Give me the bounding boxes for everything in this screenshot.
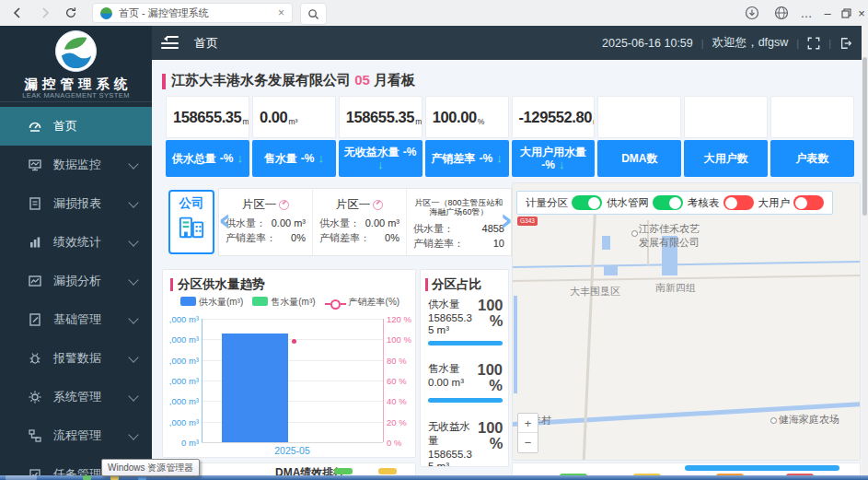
proportion-value: 158655.35 [428, 449, 472, 467]
supply-bar [222, 334, 288, 442]
y-tick-right: 0 % [387, 438, 414, 448]
proportion-unit: m³ [452, 377, 464, 388]
proportion-title: 分区占比 [432, 276, 481, 293]
proportion-item-sales: 售水量 0.00 m³ 100 % [428, 362, 503, 403]
taskbar-active-app[interactable] [6, 475, 37, 480]
browser-refresh-icon[interactable] [63, 5, 79, 21]
toggle-switch-off[interactable] [723, 195, 754, 210]
toggle-switch-on[interactable] [572, 195, 602, 210]
road-badge: G343 [517, 217, 538, 226]
window-close[interactable]: × [852, 0, 868, 26]
kpi-label-button[interactable]: 大用户用水量-%↓ [512, 140, 596, 177]
bar-chart-icon [28, 235, 42, 250]
kpi-label-button[interactable]: 产销差率-%↓ [425, 140, 509, 177]
kpi-row: 158655.35m³ 供水总量-%↓ 0.00m³ 售水量-%↓ 158655… [166, 96, 854, 177]
proportion-item-non-revenue: 无收益水量 158655.35 m³ 100 % [428, 420, 503, 467]
header-separator: | [701, 38, 704, 49]
legend-supply[interactable]: 供水量(m³) [180, 296, 243, 309]
district-card-list: 片区一 供水量：0.00 m³ 产销差率：0% 片区一 供水量：0.00 m³ … [218, 188, 512, 256]
zoom-out-button[interactable]: − [518, 433, 538, 451]
toggle-switch-on[interactable] [653, 195, 683, 210]
district-card[interactable]: 片区一 供水量：0.00 m³ 产销差率：0% [219, 189, 313, 255]
district-pie-icon [279, 200, 289, 210]
district-card[interactable]: 片区一 供水量：0.00 m³ 产销差率：0% [313, 189, 407, 255]
sidebar-item-leak-analysis[interactable]: 漏损分析 [0, 262, 152, 300]
kpi-label-button[interactable]: 无收益水量-%↓ [339, 140, 422, 177]
page-scrollbar[interactable] [862, 26, 868, 480]
browser-tab[interactable]: 首页 - 漏控管理系统 × [92, 3, 293, 23]
fullscreen-icon[interactable] [807, 37, 820, 50]
board-suffix: 月看板 [374, 72, 415, 88]
y-tick-right: 20 % [387, 417, 414, 427]
toggle-pipe-network: 供水管网 [607, 195, 683, 210]
map-zoom-control: + − [517, 413, 538, 453]
sidebar-item-alarm-data[interactable]: 报警数据 [0, 339, 152, 378]
search-button[interactable] [300, 3, 327, 25]
kpi-value: -129552.80m³ [512, 96, 596, 138]
map-panel[interactable]: 计量分区 供水管网 考核表 大用户 G343 [512, 182, 861, 461]
district-card[interactable]: 片区一（800主管压站和海融广场60管） 供水量：4858 产销差率：10 [407, 189, 511, 255]
header-datetime: 2025-06-16 10:59 [602, 37, 693, 50]
y-axis-right [383, 319, 384, 442]
logout-icon[interactable] [839, 37, 852, 50]
trend-down-arrow: ↓ [559, 158, 565, 171]
rate-label: 产销差率： [226, 230, 276, 245]
kpi-label-button[interactable]: 户表数 [770, 140, 854, 177]
map-label-area1: 大丰围垦区 [570, 285, 620, 299]
kpi-label-button[interactable]: DMA数 [597, 140, 681, 177]
sidebar-item-performance-stats[interactable]: 绩效统计 [0, 223, 152, 262]
window-minimize[interactable]: – [818, 0, 837, 26]
map-river [513, 261, 861, 268]
y-tick-right: 40 % [387, 396, 414, 406]
header-page-tab[interactable]: 首页 [194, 35, 218, 52]
chevron-down-icon [128, 158, 138, 169]
district-pie-icon [373, 200, 383, 210]
sidebar-item-home[interactable]: 首页 [0, 107, 152, 146]
district-name: 片区一 [336, 197, 371, 213]
tab-close-icon[interactable]: × [278, 6, 284, 19]
zoom-in-button[interactable]: + [518, 414, 538, 433]
toggle-switch-off[interactable] [793, 195, 824, 210]
globe-icon[interactable] [773, 5, 790, 21]
sidebar-divider [0, 101, 152, 102]
map-poi-dot [631, 230, 638, 237]
proportion-bar [428, 398, 503, 403]
sidebar-item-leak-report[interactable]: 漏损报表 [0, 184, 152, 223]
sidebar-item-system-management[interactable]: 系统管理 [0, 378, 152, 416]
legend-rate[interactable]: 产销差率(%) [325, 296, 400, 310]
carousel-next-icon[interactable]: › [500, 205, 513, 233]
proportion-value: 0.00 [428, 377, 448, 388]
district-name: 片区一（800主管压站和海融广场60管） [413, 198, 504, 217]
browser-back-icon[interactable] [9, 5, 26, 21]
windows-tooltip: Windows 资源管理器 [101, 459, 200, 476]
sidebar-item-data-monitor[interactable]: 数据监控 [0, 146, 152, 184]
scrollbar-thumb[interactable] [862, 57, 867, 216]
rate-value: 0% [385, 230, 399, 245]
kpi-value: 158655.35m³ [166, 96, 249, 138]
panel-accent [425, 278, 428, 291]
legend-swatch-blue [180, 297, 196, 306]
proportion-bar [428, 341, 503, 345]
toggle-big-user: 大用户 [758, 195, 825, 210]
company-card[interactable]: 公司 [168, 190, 214, 254]
sidebar-item-label: 数据监控 [53, 157, 101, 173]
sidebar-item-base-management[interactable]: 基础管理 [0, 300, 152, 339]
carousel-prev-icon[interactable]: ‹ [218, 205, 231, 233]
collapse-menu-icon[interactable] [161, 36, 179, 51]
edit-notebook-icon [28, 312, 42, 327]
board-company: 江苏大丰港水务发展有限公司 [171, 72, 351, 88]
sidebar-item-process-management[interactable]: 流程管理 [0, 416, 152, 455]
legend-sales[interactable]: 售水量(m³) [252, 296, 315, 309]
download-icon[interactable] [744, 5, 760, 21]
browser-forward-icon[interactable] [37, 5, 53, 21]
rate-point [292, 339, 296, 344]
kpi-label-button[interactable]: 售水量-%↓ [252, 140, 336, 177]
y-tick-left: 0 m³ [163, 438, 199, 448]
main-content: 江苏大丰港水务发展有限公司 05 月看板 158655.35m³ 供水总量-%↓… [152, 60, 862, 480]
taskbar-icon[interactable] [83, 475, 91, 480]
kpi-label-button[interactable]: 大用户数 [684, 140, 768, 177]
kpi-label-button[interactable]: 供水总量-%↓ [166, 140, 249, 177]
proportion-label: 售水量 [428, 362, 464, 376]
sidebar-item-label: 系统管理 [53, 389, 101, 405]
browser-menu-dots[interactable]: … [797, 0, 816, 26]
